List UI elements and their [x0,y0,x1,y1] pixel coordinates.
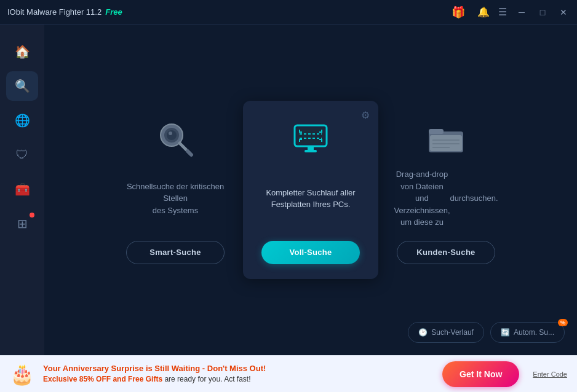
sidebar-item-internet[interactable]: 🌐 [6,106,38,135]
promo-icon: 🎂 [10,363,34,386]
shield-icon: 🛡 [16,148,28,162]
promo-banner: 🎂 Your Anniversary Surprise is Still Wai… [0,355,577,392]
anniversary-icon: 🎁 [448,2,469,23]
main-layout: 🏠 🔍 🌐 🛡 🧰 ⊞ [0,25,577,355]
folder-icon [426,119,466,159]
svg-rect-11 [304,150,317,152]
sidebar-item-protection[interactable]: 🛡 [6,140,38,170]
menu-icon[interactable]: ☰ [498,6,507,18]
promo-title: Your Anniversary Surprise is Still Waiti… [43,363,434,374]
globe-icon: 🌐 [15,113,30,128]
smart-scan-desc: Schnellsuche der kritischen Stellen des … [126,168,225,229]
home-icon: 🏠 [15,44,30,59]
scan-history-button[interactable]: 🕑 Such-Verlauf [408,322,484,343]
settings-icon[interactable]: ⚙ [361,109,370,121]
history-icon: 🕑 [418,328,428,337]
auto-scan-icon: 🔄 [501,328,510,337]
svg-rect-13 [429,129,444,134]
notification-icon[interactable]: 🔔 [477,6,490,18]
svg-point-3 [169,131,172,135]
tools-icon: 🧰 [15,182,30,197]
smart-scan-card: Schnellsuche der kritischen Stellen des … [114,101,237,279]
window-controls: 🎁 🔔 ☰ ─ □ ✕ [448,2,570,23]
sidebar-item-modules[interactable]: ⊞ [6,209,38,238]
title-bar: IObit Malware Fighter 11.2Free 🎁 🔔 ☰ ─ □… [0,0,577,25]
magnifier-icon [156,119,195,159]
get-now-button[interactable]: Get It Now [442,361,519,387]
close-button[interactable]: ✕ [557,6,570,18]
enter-code-link[interactable]: Enter Code [533,370,567,378]
scan-icon: 🔍 [15,79,30,93]
content-area: Schnellsuche der kritischen Stellen des … [44,25,577,355]
modules-icon: ⊞ [17,216,28,231]
svg-point-2 [167,130,177,140]
svg-line-5 [188,151,191,155]
bottom-action-buttons: 🕑 Such-Verlauf 🔄 Autom. Su... % [408,322,565,343]
smart-scan-button[interactable]: Smart-Suche [126,241,225,264]
svg-rect-10 [308,146,314,151]
custom-scan-card: Drag-and-drop von Dateien und Verzeichni… [384,101,507,279]
custom-scan-desc: Drag-and-drop von Dateien und Verzeichni… [394,168,498,229]
discount-badge: % [558,319,568,326]
promo-text: Your Anniversary Surprise is Still Waiti… [43,363,434,385]
sidebar-item-home[interactable]: 🏠 [6,37,38,66]
auto-scan-button[interactable]: 🔄 Autom. Su... % [490,322,565,343]
full-scan-desc: Kompletter Suchlauf aller Festplatten Ih… [266,168,355,229]
minimize-button[interactable]: ─ [515,6,528,18]
svg-rect-7 [297,128,324,144]
sidebar-item-tools[interactable]: 🧰 [6,174,38,204]
sidebar: 🏠 🔍 🌐 🛡 🧰 ⊞ [0,25,44,355]
scan-options: Schnellsuche der kritischen Stellen des … [89,101,532,279]
maximize-button[interactable]: □ [536,6,549,18]
app-title: IObit Malware Fighter 11.2Free [7,7,122,17]
monitor-icon [291,119,330,159]
full-scan-card: ⚙ [243,101,378,279]
promo-subtitle: Exclusive 85% OFF and Free Gifts are rea… [43,374,434,385]
full-scan-button[interactable]: Voll-Suche [261,241,360,264]
modules-badge [30,213,34,218]
sidebar-item-scan[interactable]: 🔍 [6,71,38,101]
custom-scan-button[interactable]: Kunden-Suche [397,241,495,264]
